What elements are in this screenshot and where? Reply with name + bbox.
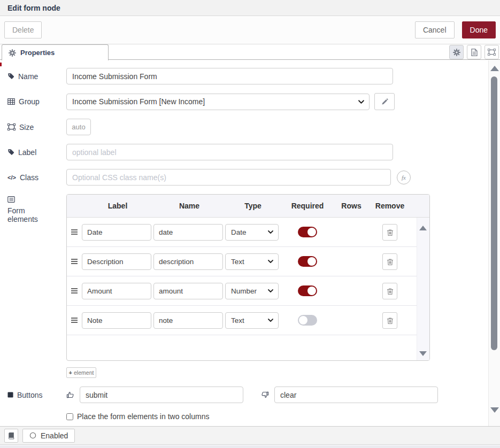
description-tab-button[interactable]: [467, 45, 481, 59]
thumbs-down-icon: [261, 391, 269, 399]
table-row: Text: [67, 306, 429, 335]
chevron-down-icon: [268, 260, 273, 263]
size-field-label: Size: [7, 123, 66, 132]
code-icon: </>: [7, 174, 16, 181]
scroll-down-arrow-icon[interactable]: [419, 351, 427, 356]
scroll-up-arrow-icon[interactable]: [419, 226, 427, 230]
editor-tab-bar: Properties: [0, 44, 500, 60]
edit-form-node-dialog: Edit form node Delete Cancel Done Proper…: [0, 0, 500, 448]
tab-accent-mark: [0, 63, 2, 66]
submit-button-label-input[interactable]: [80, 387, 243, 403]
list-alt-icon: [7, 196, 15, 203]
group-select-value: Income Submission Form [New Income]: [72, 97, 205, 106]
table-icon: [7, 98, 15, 105]
required-toggle[interactable]: [298, 315, 317, 326]
page-background-strip: [0, 445, 500, 448]
chevron-down-icon: [268, 230, 273, 234]
dialog-footer: Enabled: [0, 426, 500, 445]
remove-element-button[interactable]: [382, 224, 397, 241]
table-scrollbar[interactable]: [417, 218, 429, 360]
drag-handle-icon[interactable]: [67, 288, 82, 294]
chevron-down-icon: [268, 289, 273, 292]
edit-group-button[interactable]: [374, 93, 395, 110]
element-name-input[interactable]: [153, 283, 223, 299]
scroll-up-arrow-icon[interactable]: [490, 66, 499, 71]
element-label-input[interactable]: [82, 253, 151, 270]
main-scrollbar[interactable]: [488, 60, 500, 426]
two-columns-checkbox[interactable]: [66, 413, 73, 420]
element-type-select[interactable]: Date: [225, 224, 279, 241]
element-label-input[interactable]: [82, 224, 151, 241]
chevron-down-icon: [358, 100, 364, 104]
column-header-remove: Remove: [368, 202, 411, 210]
scrollbar-thumb[interactable]: [491, 76, 497, 350]
form-elements-table-header: Label Name Type Required Rows Remove: [67, 195, 429, 218]
form-elements-table-body: Date: [67, 218, 429, 360]
add-element-button[interactable]: + element: [66, 367, 96, 378]
class-field-label: </> Class: [7, 173, 66, 182]
thumbs-up-icon: [66, 391, 74, 399]
label-field-label: Label: [7, 148, 66, 157]
gear-icon: [9, 49, 16, 57]
chevron-down-icon: [268, 319, 273, 322]
column-header-label: Label: [82, 202, 153, 210]
scroll-down-arrow-icon[interactable]: [490, 407, 499, 413]
node-enabled-toggle-button[interactable]: Enabled: [22, 429, 75, 443]
node-help-button[interactable]: [4, 429, 18, 443]
done-button[interactable]: Done: [462, 21, 496, 38]
drag-handle-icon[interactable]: [67, 317, 82, 323]
trash-icon: [387, 316, 394, 325]
column-header-type: Type: [225, 202, 281, 210]
element-name-input[interactable]: [153, 312, 223, 329]
size-button[interactable]: auto: [66, 119, 91, 135]
class-input[interactable]: [66, 169, 391, 186]
drag-handle-icon[interactable]: [67, 258, 82, 265]
required-toggle[interactable]: [298, 227, 317, 237]
column-header-name: Name: [153, 202, 225, 210]
name-input[interactable]: [66, 68, 393, 84]
appearance-tab-button[interactable]: [484, 45, 499, 59]
dialog-toolbar: Delete Cancel Done: [0, 16, 500, 44]
table-row: Text: [67, 247, 429, 276]
required-toggle[interactable]: [298, 256, 317, 267]
form-elements-field-label: Form elements: [7, 196, 53, 223]
tag-icon: [7, 149, 14, 156]
properties-gear-button[interactable]: [449, 45, 464, 59]
remove-element-button[interactable]: [382, 312, 397, 329]
element-name-input[interactable]: [153, 253, 223, 270]
table-row: Number: [67, 276, 429, 306]
gear-icon: [453, 49, 460, 56]
name-field-label: Name: [7, 72, 66, 81]
clear-button-label-input[interactable]: [274, 387, 438, 403]
group-select[interactable]: Income Submission Form [New Income]: [66, 94, 370, 110]
trash-icon: [387, 228, 394, 236]
file-text-icon: [471, 49, 478, 56]
column-header-required: Required: [281, 202, 334, 210]
remove-element-button[interactable]: [382, 253, 397, 270]
tab-properties-label: Properties: [20, 49, 55, 57]
dynamic-class-fx-badge[interactable]: fx: [397, 171, 411, 184]
tag-icon: [7, 73, 14, 80]
required-toggle[interactable]: [298, 285, 317, 296]
cancel-button[interactable]: Cancel: [415, 21, 455, 38]
element-name-input[interactable]: [153, 224, 223, 241]
pencil-icon: [381, 98, 388, 105]
element-type-select[interactable]: Number: [225, 283, 279, 299]
object-group-icon: [488, 49, 496, 56]
remove-element-button[interactable]: [382, 283, 397, 299]
element-label-input[interactable]: [82, 283, 151, 299]
properties-panel: Name Group Income Submission Form [New I…: [0, 60, 500, 426]
element-label-input[interactable]: [82, 312, 151, 329]
dialog-title: Edit form node: [0, 0, 500, 16]
label-input[interactable]: [66, 144, 393, 160]
circle-icon: [29, 432, 36, 439]
table-row: Date: [67, 218, 429, 247]
trash-icon: [387, 287, 394, 295]
drag-handle-icon[interactable]: [67, 229, 82, 235]
element-type-select[interactable]: Text: [225, 253, 279, 270]
tab-properties[interactable]: Properties: [2, 44, 109, 60]
square-icon: [7, 392, 13, 398]
enabled-label: Enabled: [41, 431, 68, 440]
element-type-select[interactable]: Text: [225, 312, 279, 329]
delete-button[interactable]: Delete: [4, 21, 42, 38]
